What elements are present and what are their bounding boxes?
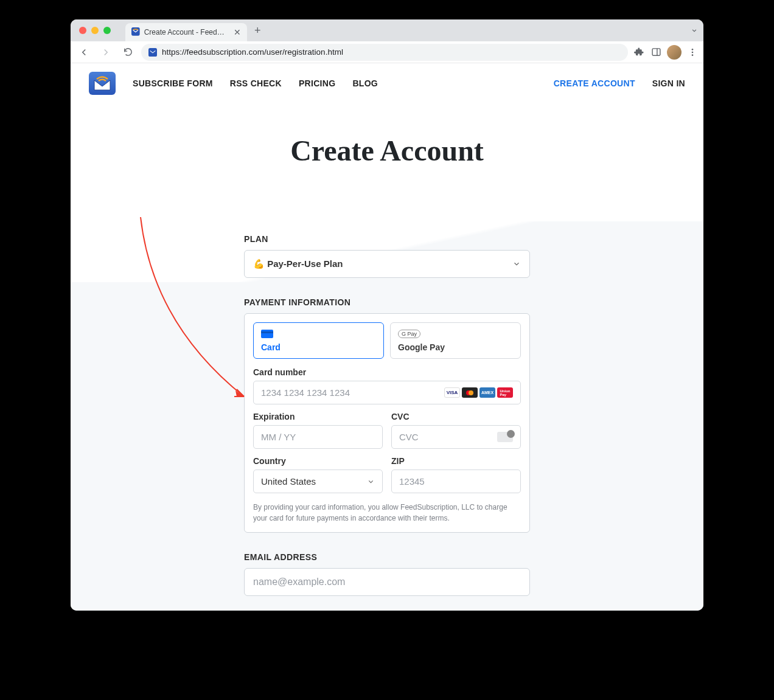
url-text: https://feedsubscription.com/user/regist… xyxy=(162,47,343,57)
cvc-label: CVC xyxy=(391,412,521,421)
payment-box: Card G Pay Google Pay Card number 1234 1… xyxy=(244,313,530,533)
new-tab-button[interactable]: + xyxy=(254,24,261,37)
favicon-icon xyxy=(131,27,140,37)
country-select[interactable]: United States xyxy=(253,470,383,493)
tab-title: Create Account - FeedSubscri xyxy=(144,28,227,36)
nav-sign-in[interactable]: SIGN IN xyxy=(652,78,685,88)
email-label: EMAIL ADDRESS xyxy=(244,552,530,562)
card-number-label: Card number xyxy=(253,367,521,377)
menu-icon[interactable] xyxy=(686,46,699,58)
back-button[interactable] xyxy=(75,44,92,61)
zip-label: ZIP xyxy=(391,456,521,466)
reload-button[interactable] xyxy=(119,44,136,61)
site-icon xyxy=(148,48,157,57)
unionpay-icon: UnionPay xyxy=(497,387,513,398)
nav-rss-check[interactable]: RSS CHECK xyxy=(230,78,282,88)
chevron-down-icon xyxy=(367,477,375,485)
nav-blog[interactable]: BLOG xyxy=(352,78,378,88)
svg-point-5 xyxy=(692,51,694,53)
svg-point-4 xyxy=(692,49,694,50)
page-title: Create Account xyxy=(71,134,703,167)
svg-rect-2 xyxy=(652,49,660,55)
nav-pricing[interactable]: PRICING xyxy=(299,78,335,88)
svg-rect-8 xyxy=(261,330,273,338)
extensions-icon[interactable] xyxy=(633,46,645,58)
amex-icon: AMEX xyxy=(479,387,495,398)
mastercard-icon xyxy=(462,387,478,398)
svg-rect-0 xyxy=(131,27,140,36)
forward-button[interactable] xyxy=(97,44,114,61)
svg-marker-7 xyxy=(235,390,244,397)
address-bar[interactable]: https://feedsubscription.com/user/regist… xyxy=(141,44,628,61)
zip-input[interactable]: 12345 xyxy=(391,470,521,493)
chevron-down-icon xyxy=(512,260,521,268)
visa-icon: VISA xyxy=(444,387,460,398)
gpay-tab-label: Google Pay xyxy=(398,342,513,352)
window-close[interactable] xyxy=(79,27,86,34)
plan-value: 💪 Pay-Per-Use Plan xyxy=(253,258,343,269)
cvc-hint-icon xyxy=(497,432,513,442)
window-minimize[interactable] xyxy=(91,27,99,34)
expiration-input[interactable]: MM / YY xyxy=(253,425,383,449)
payment-label: PAYMENT INFORMATION xyxy=(244,297,530,307)
annotation-arrow-icon xyxy=(134,214,262,409)
window-maximize[interactable] xyxy=(103,27,111,34)
plan-select[interactable]: 💪 Pay-Per-Use Plan xyxy=(244,250,530,278)
nav-subscribe-form[interactable]: SUBSCRIBE FORM xyxy=(133,78,213,88)
svg-point-6 xyxy=(692,54,694,56)
profile-avatar[interactable] xyxy=(667,45,682,60)
payment-tab-card[interactable]: Card xyxy=(253,322,384,359)
browser-tab[interactable]: Create Account - FeedSubscri ✕ xyxy=(125,23,247,41)
gpay-icon: G Pay xyxy=(398,329,513,339)
svg-rect-9 xyxy=(261,331,273,333)
plan-label: PLAN xyxy=(244,234,530,244)
site-logo[interactable] xyxy=(89,72,116,95)
card-brand-icons: VISA AMEX UnionPay xyxy=(444,387,513,398)
card-tab-label: Card xyxy=(261,342,376,352)
card-number-input[interactable]: 1234 1234 1234 1234 VISA AMEX UnionPay xyxy=(253,381,521,404)
side-panel-icon[interactable] xyxy=(650,46,662,58)
payment-disclosure: By providing your card information, you … xyxy=(253,502,521,524)
tabs-dropdown-icon[interactable] xyxy=(690,26,699,35)
svg-point-11 xyxy=(469,390,473,395)
expiration-label: Expiration xyxy=(253,412,383,421)
country-label: Country xyxy=(253,456,383,466)
cvc-input[interactable]: CVC xyxy=(391,425,521,449)
svg-rect-1 xyxy=(148,48,157,57)
email-input[interactable]: name@example.com xyxy=(244,568,530,596)
card-icon xyxy=(261,329,376,339)
nav-create-account[interactable]: CREATE ACCOUNT xyxy=(554,78,635,88)
close-tab-icon[interactable]: ✕ xyxy=(234,27,241,37)
payment-tab-google-pay[interactable]: G Pay Google Pay xyxy=(390,322,521,359)
